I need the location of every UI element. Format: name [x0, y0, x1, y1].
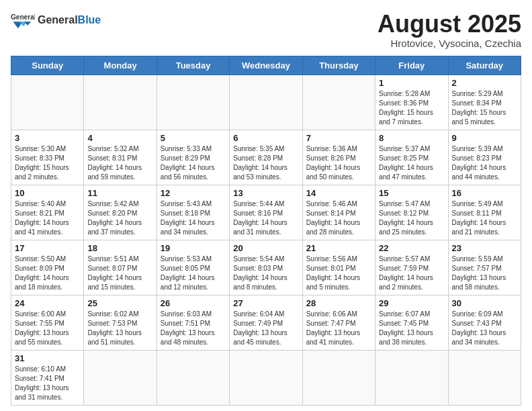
calendar-cell: 22Sunrise: 5:57 AM Sunset: 7:59 PM Dayli…	[375, 240, 448, 295]
day-info: Sunrise: 5:46 AM Sunset: 8:14 PM Dayligh…	[306, 199, 371, 237]
day-info: Sunrise: 6:02 AM Sunset: 7:53 PM Dayligh…	[87, 310, 152, 347]
calendar-cell: 16Sunrise: 5:49 AM Sunset: 8:11 PM Dayli…	[448, 185, 521, 240]
calendar-cell	[375, 350, 448, 405]
day-info: Sunrise: 6:10 AM Sunset: 7:41 PM Dayligh…	[15, 365, 80, 402]
day-info: Sunrise: 6:06 AM Sunset: 7:47 PM Dayligh…	[306, 310, 371, 347]
day-info: Sunrise: 6:00 AM Sunset: 7:55 PM Dayligh…	[15, 310, 80, 347]
day-number: 16	[452, 188, 517, 198]
calendar-cell: 17Sunrise: 5:50 AM Sunset: 8:09 PM Dayli…	[11, 240, 84, 295]
day-info: Sunrise: 5:43 AM Sunset: 8:18 PM Dayligh…	[161, 199, 226, 237]
day-info: Sunrise: 5:59 AM Sunset: 7:57 PM Dayligh…	[452, 255, 517, 292]
day-info: Sunrise: 5:32 AM Sunset: 8:31 PM Dayligh…	[87, 144, 152, 182]
calendar-cell: 24Sunrise: 6:00 AM Sunset: 7:55 PM Dayli…	[11, 295, 84, 350]
day-header-thursday: Thursday	[302, 56, 375, 75]
day-number: 4	[87, 133, 152, 143]
day-info: Sunrise: 5:51 AM Sunset: 8:07 PM Dayligh…	[87, 255, 152, 292]
logo-blue: Blue	[78, 14, 101, 26]
calendar-cell: 15Sunrise: 5:47 AM Sunset: 8:12 PM Dayli…	[375, 185, 448, 240]
calendar-cell: 2Sunrise: 5:29 AM Sunset: 8:34 PM Daylig…	[448, 75, 521, 130]
day-number: 23	[452, 243, 517, 253]
day-number: 19	[161, 243, 226, 253]
day-info: Sunrise: 5:35 AM Sunset: 8:28 PM Dayligh…	[233, 144, 298, 182]
calendar-cell: 1Sunrise: 5:28 AM Sunset: 8:36 PM Daylig…	[375, 75, 448, 130]
day-number: 20	[233, 243, 298, 253]
day-number: 27	[233, 298, 298, 308]
day-number: 8	[379, 133, 444, 143]
calendar-cell: 11Sunrise: 5:42 AM Sunset: 8:20 PM Dayli…	[84, 185, 157, 240]
calendar-cell: 6Sunrise: 5:35 AM Sunset: 8:28 PM Daylig…	[230, 130, 302, 185]
calendar-table: SundayMondayTuesdayWednesdayThursdayFrid…	[11, 56, 521, 406]
day-header-wednesday: Wednesday	[230, 56, 302, 75]
month-title: August 2025	[378, 11, 521, 38]
day-info: Sunrise: 6:03 AM Sunset: 7:51 PM Dayligh…	[161, 310, 226, 347]
day-info: Sunrise: 5:40 AM Sunset: 8:21 PM Dayligh…	[15, 199, 80, 237]
day-number: 30	[452, 298, 517, 308]
day-number: 12	[161, 188, 226, 198]
day-info: Sunrise: 5:50 AM Sunset: 8:09 PM Dayligh…	[15, 255, 80, 292]
day-number: 18	[87, 243, 152, 253]
day-number: 14	[306, 188, 371, 198]
calendar-cell: 13Sunrise: 5:44 AM Sunset: 8:16 PM Dayli…	[230, 185, 302, 240]
day-info: Sunrise: 5:37 AM Sunset: 8:25 PM Dayligh…	[379, 144, 444, 182]
calendar-cell: 18Sunrise: 5:51 AM Sunset: 8:07 PM Dayli…	[84, 240, 157, 295]
day-info: Sunrise: 5:49 AM Sunset: 8:11 PM Dayligh…	[452, 199, 517, 237]
day-number: 1	[379, 78, 444, 88]
day-info: Sunrise: 5:29 AM Sunset: 8:34 PM Dayligh…	[452, 89, 517, 127]
day-number: 25	[87, 298, 152, 308]
day-number: 11	[87, 188, 152, 198]
logo-general: General	[38, 14, 78, 26]
calendar-cell: 21Sunrise: 5:56 AM Sunset: 8:01 PM Dayli…	[302, 240, 375, 295]
calendar-cell	[157, 75, 229, 130]
day-info: Sunrise: 5:54 AM Sunset: 8:03 PM Dayligh…	[233, 255, 298, 292]
calendar-cell: 3Sunrise: 5:30 AM Sunset: 8:33 PM Daylig…	[11, 130, 84, 185]
svg-text:General: General	[11, 13, 35, 21]
day-number: 26	[161, 298, 226, 308]
calendar-cell: 4Sunrise: 5:32 AM Sunset: 8:31 PM Daylig…	[84, 130, 157, 185]
day-info: Sunrise: 5:53 AM Sunset: 8:05 PM Dayligh…	[161, 255, 226, 292]
day-number: 3	[15, 133, 80, 143]
page-header: General GeneralBlue August 2025 Hrotovic…	[11, 11, 521, 49]
title-block: August 2025 Hrotovice, Vysocina, Czechia	[378, 11, 521, 49]
calendar-cell	[84, 350, 157, 405]
calendar-cell: 9Sunrise: 5:39 AM Sunset: 8:23 PM Daylig…	[448, 130, 521, 185]
calendar-cell	[230, 75, 302, 130]
day-info: Sunrise: 5:56 AM Sunset: 8:01 PM Dayligh…	[306, 255, 371, 292]
calendar-cell: 30Sunrise: 6:09 AM Sunset: 7:43 PM Dayli…	[448, 295, 521, 350]
day-number: 2	[452, 78, 517, 88]
day-header-monday: Monday	[84, 56, 157, 75]
calendar-cell	[302, 75, 375, 130]
day-info: Sunrise: 5:30 AM Sunset: 8:33 PM Dayligh…	[15, 144, 80, 182]
day-info: Sunrise: 5:42 AM Sunset: 8:20 PM Dayligh…	[87, 199, 152, 237]
calendar-week-6: 31Sunrise: 6:10 AM Sunset: 7:41 PM Dayli…	[11, 350, 521, 405]
day-number: 15	[379, 188, 444, 198]
calendar-cell: 31Sunrise: 6:10 AM Sunset: 7:41 PM Dayli…	[11, 350, 84, 405]
calendar-week-3: 10Sunrise: 5:40 AM Sunset: 8:21 PM Dayli…	[11, 185, 521, 240]
location-subtitle: Hrotovice, Vysocina, Czechia	[378, 38, 521, 49]
calendar-cell	[448, 350, 521, 405]
calendar-cell: 27Sunrise: 6:04 AM Sunset: 7:49 PM Dayli…	[230, 295, 302, 350]
day-info: Sunrise: 5:44 AM Sunset: 8:16 PM Dayligh…	[233, 199, 298, 237]
calendar-cell: 29Sunrise: 6:07 AM Sunset: 7:45 PM Dayli…	[375, 295, 448, 350]
calendar-cell	[230, 350, 302, 405]
day-info: Sunrise: 6:09 AM Sunset: 7:43 PM Dayligh…	[452, 310, 517, 347]
day-info: Sunrise: 6:04 AM Sunset: 7:49 PM Dayligh…	[233, 310, 298, 347]
calendar-cell: 5Sunrise: 5:33 AM Sunset: 8:29 PM Daylig…	[157, 130, 229, 185]
calendar-week-5: 24Sunrise: 6:00 AM Sunset: 7:55 PM Dayli…	[11, 295, 521, 350]
day-info: Sunrise: 6:07 AM Sunset: 7:45 PM Dayligh…	[379, 310, 444, 347]
day-number: 29	[379, 298, 444, 308]
day-info: Sunrise: 5:33 AM Sunset: 8:29 PM Dayligh…	[161, 144, 226, 182]
calendar-header-row: SundayMondayTuesdayWednesdayThursdayFrid…	[11, 56, 521, 75]
calendar-cell	[302, 350, 375, 405]
day-header-sunday: Sunday	[11, 56, 84, 75]
day-number: 24	[15, 298, 80, 308]
day-number: 17	[15, 243, 80, 253]
calendar-cell: 25Sunrise: 6:02 AM Sunset: 7:53 PM Dayli…	[84, 295, 157, 350]
calendar-cell: 20Sunrise: 5:54 AM Sunset: 8:03 PM Dayli…	[230, 240, 302, 295]
day-number: 28	[306, 298, 371, 308]
day-header-tuesday: Tuesday	[157, 56, 229, 75]
day-number: 21	[306, 243, 371, 253]
day-number: 6	[233, 133, 298, 143]
day-number: 22	[379, 243, 444, 253]
calendar-cell: 19Sunrise: 5:53 AM Sunset: 8:05 PM Dayli…	[157, 240, 229, 295]
day-number: 10	[15, 188, 80, 198]
